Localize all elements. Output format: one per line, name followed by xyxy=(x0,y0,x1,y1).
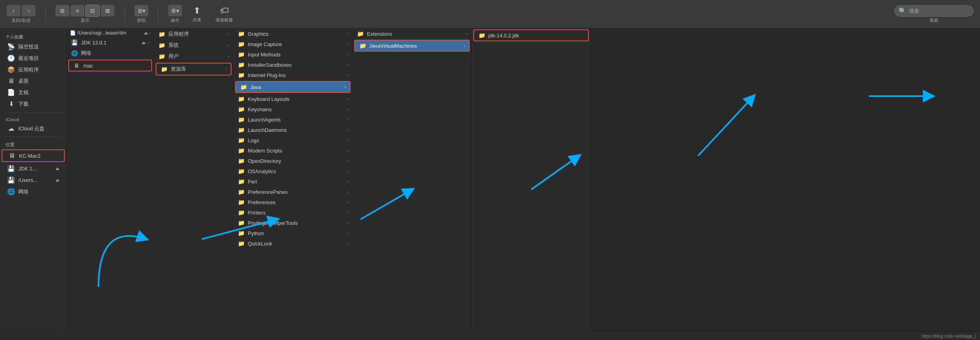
col3-python[interactable]: 📁 Python › xyxy=(233,228,352,238)
group-label: 群组 xyxy=(137,17,146,23)
col3-launch-agents-arrow: › xyxy=(347,118,348,122)
sidebar-item-documents[interactable]: 📄 文稿 xyxy=(2,87,65,98)
col3-installer-sandboxes[interactable]: 📁 InstallerSandboxes › xyxy=(233,60,352,70)
col1-mac[interactable]: 🖥 mac xyxy=(68,60,152,71)
sidebar-item-airdrop[interactable]: 📡 隔空投送 xyxy=(2,41,65,52)
col3-python-arrow: › xyxy=(347,231,348,236)
col1-arrow-jdk: › xyxy=(149,41,150,45)
view-gallery-btn[interactable]: ⊠ xyxy=(100,5,115,17)
col3-logs[interactable]: 📁 Logs › xyxy=(233,135,352,145)
search-icon: 🔍 xyxy=(899,7,907,15)
col3-os-analytics-icon: 📁 xyxy=(237,168,245,174)
sidebar-item-jdk1-label: JDK 1... xyxy=(18,166,37,172)
share-group: ⬆ 共享 xyxy=(189,4,205,25)
search-box[interactable]: 🔍 xyxy=(894,5,974,17)
sidebar-item-airdrop-label: 隔空投送 xyxy=(18,43,39,50)
search-input[interactable] xyxy=(909,8,969,14)
col2-system[interactable]: 📁 系统 › xyxy=(154,40,233,51)
col3-open-directory[interactable]: 📁 OpenDirectory › xyxy=(233,156,352,166)
col1-eject-icon[interactable]: ⏏ xyxy=(144,31,148,35)
status-url: https://blog.csdn.net/bigge_l xyxy=(922,334,976,338)
col4-javavms-icon: 📁 xyxy=(359,42,366,49)
share-icon: ⬆ xyxy=(193,6,201,16)
col5-jdk1402[interactable]: 📁 jdk-14.0.2.jdk xyxy=(473,29,589,41)
sidebar-item-downloads[interactable]: ⬇ 下载 xyxy=(2,98,65,110)
jdk1-eject-icon[interactable]: ⏏ xyxy=(56,166,59,171)
col3-quicklook[interactable]: 📁 QuickLook › xyxy=(233,238,352,249)
sidebar-item-recents[interactable]: 🕐 最近项目 xyxy=(2,52,65,64)
col3-privileged-helper[interactable]: 📁 PrivilegedHelperTools › xyxy=(233,218,352,228)
view-column-btn[interactable]: ⊟ xyxy=(85,5,100,17)
col3-privileged-helper-arrow: › xyxy=(347,221,348,225)
sidebar-item-desktop[interactable]: 🖥 桌面 xyxy=(2,75,65,87)
sidebar-item-users-vol[interactable]: 💾 /Users... ⏏ xyxy=(2,174,65,186)
col3-graphics[interactable]: 📁 Graphics › xyxy=(233,29,352,39)
col3-printers[interactable]: 📁 Printers › xyxy=(233,207,352,218)
col3-modem-scripts[interactable]: 📁 Modem Scripts › xyxy=(233,145,352,156)
col2-users-icon: 📁 xyxy=(158,53,165,60)
col1-jdk1301[interactable]: 💾 JDK 13.0.1 ⏏ › xyxy=(67,37,154,48)
share-btn[interactable]: ⬆ 共享 xyxy=(189,4,205,25)
sidebar-item-applications[interactable]: 📦 应用程序 xyxy=(2,64,65,75)
col3-keychains-arrow: › xyxy=(347,107,348,112)
sidebar-item-network[interactable]: 🌐 网络 xyxy=(2,186,65,197)
col1-mac-icon: 🖥 xyxy=(73,62,80,69)
col2-applications-arrow: › xyxy=(228,32,229,37)
col3-installer-sandboxes-icon: 📁 xyxy=(237,62,245,68)
col4-extensions[interactable]: 📁 Extensions › xyxy=(353,29,471,39)
forward-button[interactable]: › xyxy=(21,5,36,17)
col3-os-analytics[interactable]: 📁 OSAnalytics › xyxy=(233,166,352,176)
group-group: ⊞▾ 群组 xyxy=(134,5,149,23)
col2-users[interactable]: 📁 用户 › xyxy=(154,51,233,62)
col3-keychains[interactable]: 📁 Keychains › xyxy=(233,104,352,114)
sidebar-divider-1 xyxy=(4,112,62,112)
kc-mac2-icon: 🖥 xyxy=(8,152,16,159)
col3-launch-daemons[interactable]: 📁 LaunchDaemons › xyxy=(233,125,352,135)
view-list-btn[interactable]: ≡ xyxy=(70,5,85,17)
col3-internet-plug-ins[interactable]: 📁 Internet Plug-Ins › xyxy=(233,70,352,80)
col3-preferences-label: Preferences xyxy=(248,199,344,205)
col3-launch-agents[interactable]: 📁 LaunchAgents › xyxy=(233,114,352,125)
back-button[interactable]: ‹ xyxy=(6,5,21,17)
col4-extensions-icon: 📁 xyxy=(357,31,364,37)
col3-input-methods[interactable]: 📁 Input Methods › xyxy=(233,49,352,60)
col1-jdk-eject-icon[interactable]: ⏏ xyxy=(142,41,145,45)
sidebar-item-icloud[interactable]: ☁ iCloud 云盘 xyxy=(2,123,65,134)
action-btn[interactable]: ⚙▾ xyxy=(168,5,182,17)
col3-keyboard-layouts[interactable]: 📁 Keyboard Layouts › xyxy=(233,94,352,104)
col3-modem-scripts-label: Modem Scripts xyxy=(248,148,344,154)
col2-applications-icon: 📁 xyxy=(158,31,165,37)
col1-path-text: /Users/vagr...lease/rdm xyxy=(77,30,126,36)
col3-preference-panes[interactable]: 📁 PreferencePanes › xyxy=(233,187,352,197)
col2-users-arrow: › xyxy=(228,54,229,59)
sidebar-item-jdk1[interactable]: 💾 JDK 1... ⏏ xyxy=(2,163,65,174)
sidebar-divider-2 xyxy=(4,137,62,137)
main-area: 个人收藏 📡 隔空投送 🕐 最近项目 📦 应用程序 🖥 桌面 📄 文稿 ⬇ 下载… xyxy=(0,29,980,331)
tag-btn[interactable]: 🏷 添加标签 xyxy=(212,4,237,25)
col3-image-capture[interactable]: 📁 Image Capture › xyxy=(233,39,352,49)
col2-applications[interactable]: 📁 应用程序 › xyxy=(154,29,233,40)
jdk1-icon: 💾 xyxy=(7,165,15,172)
col1-path-item[interactable]: 📄 /Users/vagr...lease/rdm ⏏ › xyxy=(67,29,154,37)
col3-image-capture-icon: 📁 xyxy=(237,41,245,47)
sidebar-item-icloud-label: iCloud 云盘 xyxy=(18,125,44,132)
col1-network[interactable]: 🌐 网络 xyxy=(67,48,154,59)
col3-keychains-icon: 📁 xyxy=(237,106,245,112)
col1-mac-label: mac xyxy=(83,63,147,69)
col3-perl[interactable]: 📁 Perl › xyxy=(233,176,352,187)
col3-java[interactable]: 📁 Java › xyxy=(235,81,351,93)
column-1: 📄 /Users/vagr...lease/rdm ⏏ › 💾 JDK 13.0… xyxy=(67,29,154,331)
col3-perl-arrow: › xyxy=(347,180,348,184)
group-btn[interactable]: ⊞▾ xyxy=(134,5,149,17)
col4-javavms[interactable]: 📁 JavaVirtualMachines › xyxy=(354,40,470,52)
users-vol-eject-icon[interactable]: ⏏ xyxy=(56,178,59,182)
col3-preferences[interactable]: 📁 Preferences › xyxy=(233,197,352,207)
tag-group: 🏷 添加标签 xyxy=(212,4,237,25)
view-icon-btn[interactable]: ⊞ xyxy=(55,5,69,17)
sidebar-item-kc-mac2[interactable]: 🖥 KC-Mac2 xyxy=(2,149,65,162)
col3-perl-label: Perl xyxy=(248,179,344,185)
applications-icon: 📦 xyxy=(7,66,15,73)
col2-library[interactable]: 📁 资源库 › xyxy=(156,63,231,75)
nav-label: 返回/前进 xyxy=(12,17,30,23)
view-group: ⊞ ≡ ⊟ ⊠ 显示 xyxy=(55,5,115,23)
